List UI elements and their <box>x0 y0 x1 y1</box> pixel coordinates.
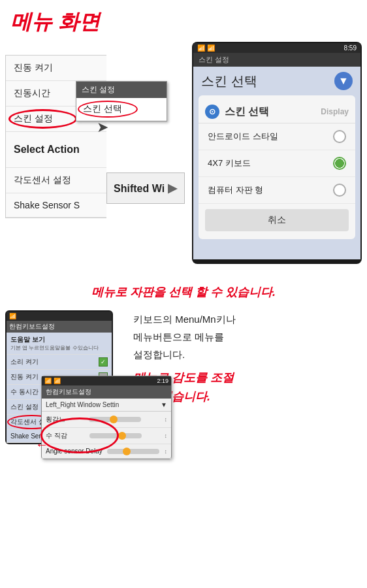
display-label: Display <box>321 107 349 116</box>
sd-time: 2:19 <box>157 378 168 384</box>
bp-item-help[interactable]: 도움말 보기 기본 앱 누르면도움말을볼 수있습니다 <box>7 333 112 355</box>
phone-skin-select-title: 스킨 선택 ▼ <box>193 67 360 95</box>
vertical-slider[interactable] <box>89 433 142 438</box>
middle-menu-item-skin-select[interactable]: 스킨 선택 <box>76 98 167 121</box>
small-sensor-dialog: 📶 📶 2:19 한컴키보드설정 Left_Right Window Setti… <box>41 376 172 459</box>
menu-item-select-action[interactable]: Select Action <box>6 132 106 168</box>
dialog-header: ⊙ 스킨 선택 Display <box>199 101 355 123</box>
middle-submenu: 스킨 설정 스킨 선택 <box>76 81 167 122</box>
menu-item-vibration-on[interactable]: 진동 켜기 <box>6 56 106 81</box>
left-menu-panel: 진동 켜기 진동시간 스킨 설정 Select Action 각도센서 설정 S… <box>5 55 106 218</box>
option-computer[interactable]: 컴퓨터 자판 형 <box>199 177 355 204</box>
menu-item-angle-sensor[interactable]: 각도센서 설정 <box>6 168 106 193</box>
phone-top-bar: 스킨 설정 <box>193 53 360 67</box>
cancel-button[interactable]: 취소 <box>205 209 349 231</box>
v-slider-thumb <box>118 432 126 440</box>
menu-item-shake-sensor[interactable]: Shake Sensor S <box>6 193 106 218</box>
arrow-right-icon: ➤ <box>97 119 108 136</box>
sd-title: 한컴키보드설정 <box>42 385 171 399</box>
bp-title: 한컴키보드설정 <box>7 321 112 333</box>
sd-header: Left_Right Window Settin ▼ <box>42 399 171 412</box>
angle-slider[interactable] <box>107 449 159 454</box>
sound-checkbox[interactable]: ✓ <box>99 357 108 367</box>
phone-status-bar: 📶 📶 8:59 <box>193 43 360 53</box>
bp-item-sound[interactable]: 소리 켜기 ✓ <box>7 355 112 370</box>
sd-row-vertical[interactable]: 수 직감 ↕ <box>42 428 171 444</box>
dropdown-button[interactable]: ▼ <box>334 72 353 90</box>
a-slider-thumb <box>123 448 131 455</box>
option-4x7[interactable]: 4X7 키보드 <box>199 150 355 177</box>
dialog-icon: ⊙ <box>205 105 219 119</box>
bp-status-bar: 📶 <box>7 312 112 321</box>
skin-select-dialog: ⊙ 스킨 선택 Display 안드로이드 스타일 4X7 키보드 컴퓨터 자판… <box>199 95 355 239</box>
sd-row-horizontal[interactable]: 횡감느 ↕ <box>42 412 171 428</box>
option-android-style[interactable]: 안드로이드 스타일 <box>199 123 355 150</box>
horizontal-slider[interactable] <box>89 417 141 422</box>
right-phone-panel: 📶 📶 8:59 스킨 설정 스킨 선택 ▼ ⊙ 스킨 선택 Display 안… <box>192 42 362 264</box>
radio-computer[interactable] <box>333 184 346 197</box>
sd-status-bar: 📶 📶 2:19 <box>42 376 171 385</box>
red-arrow-icon: ← <box>35 437 48 452</box>
middle-menu-title: 스킨 설정 <box>76 82 167 98</box>
bottom-left-area: 📶 한컴키보드설정 도움말 보기 기본 앱 누르면도움말을볼 수있습니다 소리 … <box>5 310 123 444</box>
bottom-section: 📶 한컴키보드설정 도움말 보기 기본 앱 누르면도움말을볼 수있습니다 소리 … <box>5 310 362 444</box>
status-time: 8:59 <box>344 44 357 52</box>
h-slider-thumb <box>110 416 118 423</box>
mid-description: 메뉴로 자판을 선택 할 수 있습니다. <box>0 277 367 308</box>
radio-4x7[interactable] <box>333 157 346 170</box>
sd-row-angle[interactable]: Angle sensor Delay ↕ <box>42 444 171 459</box>
shifted-window-item: Shifted Wi ▶ <box>106 172 185 204</box>
page-title: 메뉴 화면 <box>0 0 367 42</box>
phone-screen: 스킨 설정 스킨 선택 ▼ ⊙ 스킨 선택 Display 안드로이드 스타일 … <box>193 53 360 259</box>
bottom-text-menu: 키보드의 Menu/Mn키나 메뉴버튼으로 메뉴를 설정합니다. <box>133 310 362 363</box>
radio-android[interactable] <box>333 130 346 143</box>
